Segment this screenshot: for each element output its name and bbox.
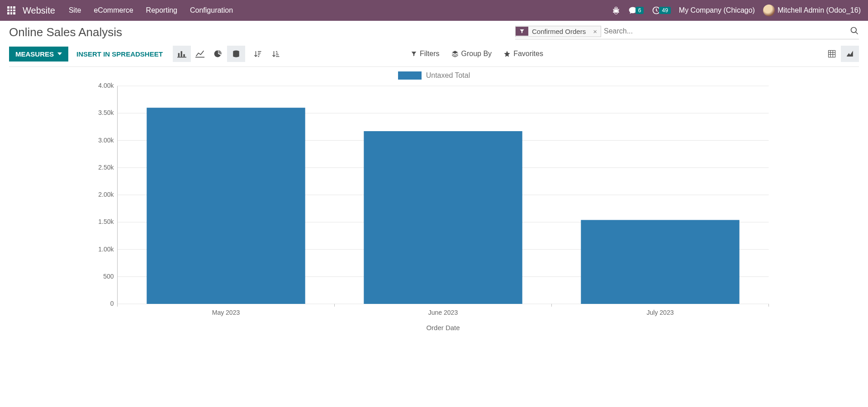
page-title: Online Sales Analysis: [9, 25, 122, 39]
search-icon[interactable]: [850, 26, 859, 37]
sort-asc-icon[interactable]: [267, 46, 285, 62]
measures-button[interactable]: MEASURES: [9, 47, 68, 62]
messages-icon[interactable]: 6: [628, 6, 644, 15]
insert-spreadsheet-button[interactable]: INSERT IN SPREADSHEET: [76, 50, 163, 58]
sort-desc-icon[interactable]: [249, 46, 267, 62]
menu-ecommerce[interactable]: eCommerce: [94, 6, 133, 14]
line-chart-icon[interactable]: [191, 46, 209, 62]
navbar-right: 6 49 My Company (Chicago) Mitchell Admin…: [612, 5, 861, 16]
measures-label: MEASURES: [15, 50, 54, 58]
chart-type-group: [173, 46, 245, 62]
chart-legend: Untaxed Total: [9, 71, 859, 80]
chart-area: Untaxed Total 05001.00k1.50k2.00k2.50k3.…: [0, 67, 868, 336]
svg-text:Order Date: Order Date: [426, 324, 460, 331]
svg-rect-20: [829, 51, 835, 57]
cp-row-toolbar: MEASURES INSERT IN SPREADSHEET: [9, 46, 859, 67]
bar-chart-icon[interactable]: [173, 46, 191, 62]
svg-text:3.00k: 3.00k: [98, 137, 114, 144]
bar-chart: 05001.00k1.50k2.00k2.50k3.00k3.50k4.00kM…: [9, 82, 859, 336]
debug-icon[interactable]: [612, 6, 620, 14]
bar: [147, 108, 305, 304]
svg-text:1.00k: 1.00k: [98, 246, 114, 253]
svg-rect-5: [180, 51, 182, 57]
svg-text:2.50k: 2.50k: [98, 164, 114, 171]
menu-reporting[interactable]: Reporting: [146, 6, 177, 14]
svg-text:May 2023: May 2023: [212, 309, 240, 316]
filter-tag: Confirmed Orders ×: [515, 26, 601, 37]
pie-chart-icon[interactable]: [209, 46, 227, 62]
svg-text:1.50k: 1.50k: [98, 218, 114, 225]
avatar: [763, 5, 775, 16]
svg-text:July 2023: July 2023: [647, 309, 674, 316]
control-panel: Online Sales Analysis Confirmed Orders ×…: [0, 21, 868, 67]
module-title[interactable]: Website: [23, 5, 55, 16]
menu-configuration[interactable]: Configuration: [190, 6, 233, 14]
groupby-label: Group By: [461, 50, 492, 58]
navbar-menu: Site eCommerce Reporting Configuration: [69, 6, 233, 14]
cp-row-title: Online Sales Analysis Confirmed Orders ×: [9, 25, 859, 39]
company-selector[interactable]: My Company (Chicago): [679, 6, 755, 14]
sort-group: [249, 46, 285, 62]
navbar-left: Website Site eCommerce Reporting Configu…: [7, 5, 233, 16]
groupby-dropdown[interactable]: Group By: [451, 50, 492, 58]
favorites-dropdown[interactable]: Favorites: [503, 50, 543, 58]
apps-icon[interactable]: [7, 6, 15, 14]
filter-tag-label[interactable]: Confirmed Orders: [528, 26, 589, 37]
search-input[interactable]: [601, 25, 846, 37]
svg-text:500: 500: [103, 273, 114, 280]
messages-badge: 6: [636, 7, 644, 14]
svg-rect-6: [183, 54, 185, 57]
svg-point-0: [614, 9, 618, 13]
user-name: Mitchell Admin (Odoo_16): [778, 6, 861, 14]
view-switch: [823, 46, 859, 62]
svg-text:4.00k: 4.00k: [98, 82, 114, 89]
filters-dropdown[interactable]: Filters: [411, 50, 440, 58]
svg-text:2.00k: 2.00k: [98, 191, 114, 198]
activities-badge: 49: [659, 7, 670, 14]
svg-rect-4: [178, 53, 180, 57]
filters-label: Filters: [420, 50, 440, 58]
stacked-icon[interactable]: [227, 46, 245, 62]
favorites-label: Favorites: [513, 50, 543, 58]
search-area: Confirmed Orders ×: [515, 25, 859, 39]
caret-down-icon: [57, 52, 62, 55]
bar: [581, 220, 739, 304]
svg-line-3: [856, 32, 858, 34]
svg-text:0: 0: [110, 300, 114, 307]
bar: [364, 131, 522, 304]
activities-icon[interactable]: 49: [652, 6, 670, 15]
user-menu[interactable]: Mitchell Admin (Odoo_16): [763, 5, 861, 16]
svg-text:June 2023: June 2023: [428, 309, 458, 316]
top-navbar: Website Site eCommerce Reporting Configu…: [0, 0, 868, 21]
filter-remove-icon[interactable]: ×: [589, 28, 601, 35]
filter-icon: [516, 27, 528, 36]
legend-label: Untaxed Total: [426, 71, 470, 80]
graph-view-icon[interactable]: [841, 46, 859, 62]
filter-group: Filters Group By Favorites: [411, 50, 543, 58]
brand: Website: [7, 5, 55, 16]
svg-text:3.50k: 3.50k: [98, 109, 114, 116]
svg-point-2: [851, 27, 857, 33]
pivot-view-icon[interactable]: [823, 46, 841, 62]
menu-site[interactable]: Site: [69, 6, 81, 14]
legend-swatch: [398, 71, 422, 80]
